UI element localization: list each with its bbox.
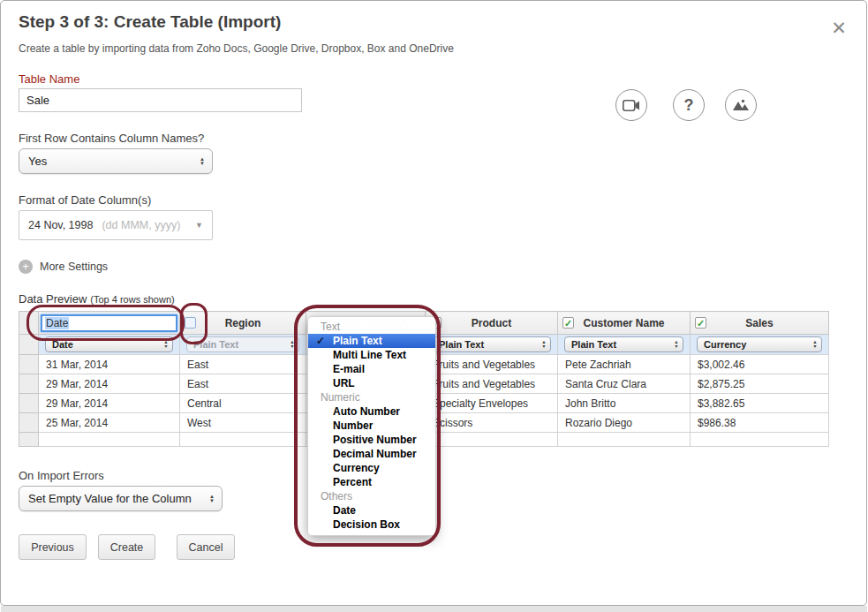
row-gutter [19,374,39,394]
menu-item-percent[interactable]: Percent [308,475,435,489]
first-row-select[interactable]: Yes [19,148,213,174]
stepper-icon [541,341,546,349]
cell: John Britto [558,394,691,413]
stepper-icon [200,157,205,166]
data-preview-subtitle: (Top 4 rows shown) [90,294,174,305]
stepper-icon [674,341,678,349]
date-format-select[interactable]: 24 Nov, 1998 (dd MMM, yyyy) [19,210,213,240]
video-camera-icon [623,100,640,111]
menu-item-currency[interactable]: Currency [308,461,435,475]
menu-item-email[interactable]: E-mail [308,362,435,376]
column-label-product: Product [472,317,511,329]
video-help-button[interactable] [615,89,647,121]
dialog-bottom-edge [1,606,867,612]
data-preview-title: Data Preview [19,292,87,306]
date-format-label: Format of Date Column(s) [19,193,151,207]
data-preview-label: Data Preview(Top 4 rows shown) [19,292,175,306]
gallery-button[interactable] [725,89,757,121]
cell: West [180,413,306,433]
import-errors-label: On Import Errors [19,469,104,482]
cell: East [180,374,306,394]
cell: 29 Mar, 2014 [39,374,180,394]
type-select-region[interactable]: Plain Text [186,336,299,352]
column-checkbox-customer-name[interactable] [562,317,574,329]
import-errors-select[interactable]: Set Empty Value for the Column [19,486,223,511]
menu-item-auto-number[interactable]: Auto Number [308,404,435,419]
cell: 31 Mar, 2014 [39,355,180,374]
cell: Specialty Envelopes [426,394,558,413]
first-row-value: Yes [28,155,47,168]
close-icon[interactable] [827,17,850,40]
type-value-date: Date [52,339,73,350]
column-checkbox-region[interactable] [185,317,196,329]
menu-item-positive-number[interactable]: Positive Number [308,433,435,447]
import-errors-value: Set Empty Value for the Column [28,492,192,505]
menu-item-decision-box[interactable]: Decision Box [308,518,435,532]
menu-group-text: Text [308,320,435,334]
cell: $2,875.25 [691,374,829,394]
menu-item-plain-text[interactable]: ✓ Plain Text [308,334,435,348]
type-value-customer-name: Plain Text [571,339,616,350]
date-format-value: 24 Nov, 1998 [28,219,93,231]
cell: East [180,355,306,374]
stepper-icon [812,341,817,349]
table-name-label: Table Name [19,72,79,86]
row-gutter [19,335,39,355]
menu-group-numeric: Numeric [308,390,435,404]
question-mark-icon [684,96,694,115]
column-header-date[interactable]: Date [39,312,180,335]
table-name-input[interactable] [19,88,302,112]
cell: 29 Mar, 2014 [39,394,180,413]
column-checkbox-sales[interactable] [695,317,706,329]
stepper-icon [290,341,294,349]
column-name-edit-input[interactable]: Date [41,314,177,332]
column-header-product[interactable]: Product [426,312,558,335]
image-icon [732,99,750,111]
cell: Pete Zachriah [558,355,691,374]
column-label-sales: Sales [745,317,773,329]
cell: Santa Cruz Clara [558,374,691,394]
column-header-region[interactable]: Region [180,312,306,335]
cell: 25 Mar, 2014 [39,413,180,433]
row-gutter [19,312,39,335]
more-settings-link[interactable]: More Settings [19,260,108,274]
column-name-edit-value: Date [45,317,69,329]
chevron-down-icon [195,221,203,230]
menu-group-others: Others [308,489,435,503]
stepper-icon [209,495,215,503]
menu-item-decimal-number[interactable]: Decimal Number [308,447,435,461]
type-value-sales: Currency [704,339,746,350]
row-gutter [19,355,39,374]
cell: Fruits and Vegetables [426,374,558,394]
cell: $986.38 [691,413,829,433]
cancel-button[interactable]: Cancel [177,534,235,560]
type-select-date[interactable]: Date [45,336,173,352]
help-button[interactable] [673,89,705,121]
checkmark-icon: ✓ [316,334,325,348]
row-gutter [19,394,39,413]
type-value-product: Plain Text [439,339,484,350]
cell: Rozario Diego [558,413,691,433]
type-select-customer-name[interactable]: Plain Text [564,336,683,352]
first-row-label: First Row Contains Column Names? [19,132,204,145]
row-gutter [19,413,39,433]
create-button[interactable]: Create [98,534,155,560]
previous-button[interactable]: Previous [19,534,87,560]
column-header-customer-name[interactable]: Customer Name [558,312,691,335]
menu-item-multi-line-text[interactable]: Multi Line Text [308,348,435,362]
date-format-hint: (dd MMM, yyyy) [102,219,180,231]
type-select-sales[interactable]: Currency [697,336,822,352]
stepper-icon [163,341,168,349]
page-title: Step 3 of 3: Create Table (Import) [19,12,281,32]
column-header-sales[interactable]: Sales [691,312,829,335]
page-subtitle: Create a table by importing data from Zo… [19,42,454,55]
column-label-customer-name: Customer Name [583,317,664,329]
type-select-product[interactable]: Plain Text [432,336,551,352]
plus-icon [19,260,33,274]
cell: $3,882.65 [691,394,829,413]
menu-item-date[interactable]: Date [308,503,435,518]
more-settings-label: More Settings [40,261,108,273]
menu-item-number[interactable]: Number [308,419,435,433]
menu-item-url[interactable]: URL [308,376,435,390]
column-type-dropdown-menu: Text ✓ Plain Text Multi Line Text E-mail… [307,316,436,536]
